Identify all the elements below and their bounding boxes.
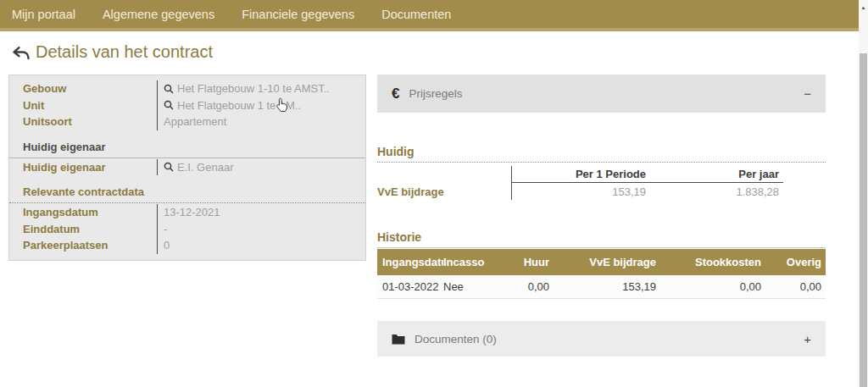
column-header: Incasso (443, 256, 517, 268)
historie-table: Ingangsdatum Incasso Huur VvE bijdrage S… (377, 249, 826, 299)
collapse-button[interactable]: − (804, 86, 811, 101)
nav-item-algemene-gegevens[interactable]: Algemene gegevens (103, 8, 214, 21)
table-row: 01-03-2022 Nee 0,00 153,19 0,00 0,00 (377, 275, 826, 299)
field-label: Parkeerplaatsen (23, 239, 157, 252)
field-value: Het Flatgebouw 1-10 te AMST.. (177, 82, 330, 95)
vve-bijdrage-per-jaar: 1.838,28 (653, 183, 783, 200)
contract-details-panel: Gebouw Het Flatgebouw 1-10 te AMST.. Uni… (8, 75, 366, 261)
column-header: Overig (768, 256, 826, 268)
documenten-panel-header[interactable]: Documenten (0) + (377, 321, 826, 357)
cell-huur: 0,00 (517, 280, 556, 293)
vve-bijdrage-per-periode: 153,19 (511, 183, 653, 200)
search-icon (164, 162, 174, 172)
prijsregels-title: Prijsregels (409, 87, 804, 100)
field-value: - (164, 223, 167, 235)
back-icon[interactable] (11, 45, 31, 61)
field-row-unitsoort: Unitsoort Appartement (23, 113, 353, 130)
field-value: 0 (164, 239, 170, 252)
scrollbar-thumb[interactable] (860, 53, 867, 387)
nav-item-documenten[interactable]: Documenten (381, 8, 451, 21)
column-header: Huur (517, 256, 556, 268)
folder-icon (392, 334, 405, 345)
section-title: Huidig eigenaar (23, 141, 353, 155)
huidig-table: Per 1 Periode Per jaar VvE bijdrage 153,… (377, 166, 783, 200)
page-title: Details van het contract (36, 42, 213, 62)
field-value: Appartement (164, 115, 226, 128)
column-header-per-jaar: Per jaar (653, 166, 783, 183)
field-value-parkeerplaatsen: 0 (157, 237, 353, 254)
field-label: Ingangsdatum (23, 206, 157, 218)
search-icon (164, 84, 174, 94)
field-label: Unit (23, 99, 157, 112)
field-value: 13-12-2021 (164, 206, 220, 218)
table-corner-cell (377, 166, 511, 183)
cell-stookkosten: 0,00 (663, 280, 768, 293)
search-icon (164, 100, 174, 110)
section-title: Relevante contractdata (23, 185, 353, 200)
unit-lookup[interactable]: Het Flatgebouw 1 te AM.. (157, 97, 353, 114)
vertical-scrollbar[interactable]: ▲ (859, 0, 868, 387)
field-row-huidig-eigenaar: Huidig eigenaar E.I. Genaar (23, 159, 353, 176)
field-value-ingangsdatum: 13-12-2021 (157, 204, 353, 221)
field-label: Einddatum (23, 223, 157, 235)
column-header-per-periode: Per 1 Periode (511, 166, 653, 183)
field-label: Huidig eigenaar (23, 161, 157, 174)
section-relevante-contractdata: Relevante contractdata Ingangsdatum 13-1… (23, 185, 353, 254)
field-row-parkeerplaatsen: Parkeerplaatsen 0 (23, 237, 353, 254)
column-header: VvE bijdrage (556, 256, 663, 268)
field-value-unitsoort: Appartement (157, 113, 353, 130)
gebouw-lookup[interactable]: Het Flatgebouw 1-10 te AMST.. (157, 80, 353, 97)
field-row-einddatum: Einddatum - (23, 221, 353, 238)
column-header: Stookkosten (663, 256, 768, 268)
field-value-einddatum: - (157, 221, 353, 238)
historie-section-title: Historie (377, 230, 826, 248)
row-label-vve-bijdrage: VvE bijdrage (377, 183, 511, 200)
nav-item-mijn-portaal[interactable]: Mijn portaal (12, 8, 75, 21)
cell-ingangsdatum: 01-03-2022 (377, 280, 443, 293)
cell-vve-bijdrage: 153,19 (556, 280, 663, 293)
field-value: E.I. Genaar (177, 161, 233, 174)
field-row-ingangsdatum: Ingangsdatum 13-12-2021 (23, 204, 353, 221)
documenten-title: Documenten (0) (415, 333, 804, 346)
prijsregels-panel-header[interactable]: € Prijsregels − (377, 75, 826, 113)
cell-overig: 0,00 (768, 280, 826, 293)
field-label: Unitsoort (23, 115, 157, 128)
cell-incasso: Nee (443, 280, 517, 293)
scroll-up-arrow-icon[interactable]: ▲ (859, 3, 868, 13)
field-row-unit: Unit Het Flatgebouw 1 te AM.. (23, 97, 353, 114)
historie-header-row: Ingangsdatum Incasso Huur VvE bijdrage S… (377, 249, 826, 275)
divider (9, 202, 365, 203)
field-value: Het Flatgebouw 1 te AM.. (177, 99, 301, 112)
section-huidig-eigenaar: Huidig eigenaar Huidig eigenaar E.I. Gen… (23, 141, 353, 176)
field-row-gebouw: Gebouw Het Flatgebouw 1-10 te AMST.. (23, 80, 353, 97)
huidig-section-title: Huidig (377, 145, 826, 163)
divider (9, 158, 365, 158)
nav-item-financiele-gegevens[interactable]: Financiele gegevens (242, 8, 354, 21)
euro-icon: € (392, 86, 399, 102)
expand-button[interactable]: + (804, 332, 811, 346)
column-header: Ingangsdatum (377, 256, 443, 268)
top-navigation: Mijn portaal Algemene gegevens Financiel… (0, 0, 859, 31)
eigenaar-lookup[interactable]: E.I. Genaar (157, 159, 353, 176)
field-label: Gebouw (23, 82, 157, 95)
